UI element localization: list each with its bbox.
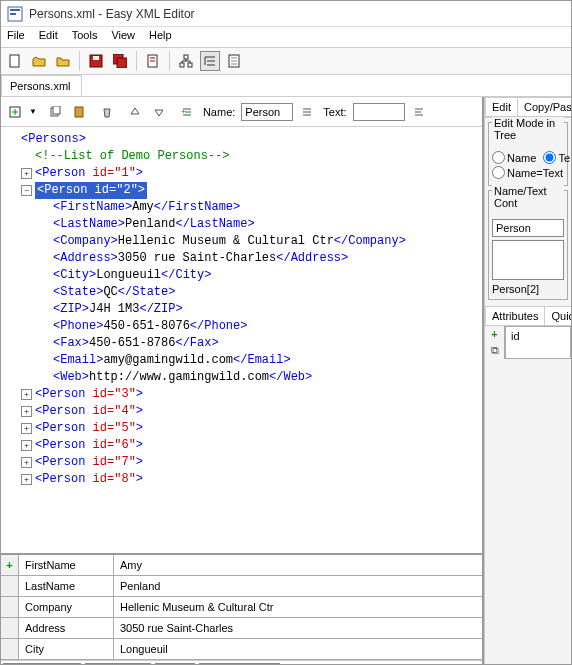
list-icon[interactable] [297,102,317,122]
window-title: Persons.xml - Easy XML Editor [29,7,195,21]
tree-toolbar: ▼ + Name: Text: [1,97,482,127]
menu-edit[interactable]: Edit [39,29,58,45]
file-tab-persons[interactable]: Persons.xml [1,75,82,96]
tree-person[interactable]: +<Person id="7"> [7,454,476,471]
open-file-icon[interactable] [29,51,49,71]
grid-row[interactable]: Address3050 rue Saint-Charles [1,618,482,639]
tree-person[interactable]: +<Person id="3"> [7,386,476,403]
tab-edit[interactable]: Edit [485,97,518,117]
grid-row[interactable]: CompanyHellenic Museum & Cultural Ctr [1,597,482,618]
svg-rect-31 [75,107,83,117]
svg-rect-30 [53,106,60,114]
name-text-fieldset: Name/Text Cont Person[2] [488,190,568,300]
tree-child[interactable]: <FirstName>Amy</FirstName> [7,199,476,216]
structure-icon[interactable] [176,51,196,71]
tree-child[interactable]: <Address>3050 rue Saint-Charles</Address… [7,250,476,267]
align-icon[interactable] [409,102,429,122]
name-input[interactable] [241,103,293,121]
tree-child[interactable]: <Fax>450-651-8786</Fax> [7,335,476,352]
expand-icon[interactable]: + [21,440,32,451]
node-name-input[interactable] [492,219,564,237]
svg-rect-7 [117,58,127,68]
svg-rect-13 [188,63,192,67]
save-all-icon[interactable] [110,51,130,71]
tree-child[interactable]: <City>Longueuil</City> [7,267,476,284]
move-down-icon[interactable] [149,102,169,122]
svg-rect-12 [180,63,184,67]
radio-name[interactable] [492,151,505,164]
expand-icon[interactable]: + [21,389,32,400]
add-attr-icon[interactable]: + [485,326,505,342]
svg-rect-2 [10,13,16,15]
radio-name-text[interactable] [492,166,505,179]
tree-person[interactable]: +<Person id="1"> [7,165,476,182]
menu-help[interactable]: Help [149,29,172,45]
titlebar: Persons.xml - Easy XML Editor [1,1,571,27]
tree-child[interactable]: <ZIP>J4H 1M3</ZIP> [7,301,476,318]
attributes-grid: + ⧉ id [485,326,571,359]
expand-icon[interactable]: + [21,474,32,485]
expand-icon[interactable]: + [21,168,32,179]
name-text-legend: Name/Text Cont [492,185,564,209]
insert-icon[interactable]: + [177,102,197,122]
tree-child[interactable]: <State>QC</State> [7,284,476,301]
expand-icon[interactable]: + [21,406,32,417]
node-path: Person[2] [492,283,564,295]
bottom-tabs: Child Nodes Table Edit Find Undo/History [1,660,482,665]
menubar: File Edit Tools View Help [1,27,571,47]
tree-child[interactable]: <Company>Hellenic Museum & Cultural Ctr<… [7,233,476,250]
tree-child[interactable]: <Phone>450-651-8076</Phone> [7,318,476,335]
node-text-box[interactable] [492,240,564,280]
tree-view-icon[interactable] [200,51,220,71]
add-node-icon[interactable] [5,102,25,122]
copy-attr-icon[interactable]: ⧉ [485,342,505,359]
tree-person[interactable]: +<Person id="5"> [7,420,476,437]
expand-icon[interactable]: + [21,457,32,468]
name-label: Name: [203,106,235,118]
tree-person[interactable]: +<Person id="6"> [7,437,476,454]
radio-text[interactable] [543,151,556,164]
move-up-icon[interactable] [125,102,145,122]
edit-mode-legend: Edit Mode in Tree [492,117,564,141]
collapse-icon[interactable]: − [21,185,32,196]
grid-row[interactable]: +FirstNameAmy [1,555,482,576]
tree-root[interactable]: <Persons> [7,131,476,148]
right-pane: Edit Copy/Paste Edit Mode in Tree Name T… [484,97,571,665]
tab-copy-paste[interactable]: Copy/Paste [518,97,572,117]
tree-person[interactable]: +<Person id="8"> [7,471,476,488]
tab-quick[interactable]: Quick [545,306,572,326]
add-row-icon[interactable]: + [1,555,19,575]
save-icon[interactable] [86,51,106,71]
tree-child[interactable]: <Email>amy@gamingwild.com</Email> [7,352,476,369]
tree-child[interactable]: <LastName>Penland</LastName> [7,216,476,233]
menu-tools[interactable]: Tools [72,29,98,45]
tree-person[interactable]: +<Person id="4"> [7,403,476,420]
attr-name-cell[interactable]: id [505,326,571,359]
expand-icon[interactable]: + [21,423,32,434]
menu-view[interactable]: View [111,29,135,45]
text-view-icon[interactable] [224,51,244,71]
main-toolbar [1,47,571,75]
svg-rect-5 [93,56,99,60]
file-tabs: Persons.xml [1,75,571,97]
delete-icon[interactable] [97,102,117,122]
svg-rect-11 [184,55,188,59]
xml-tree[interactable]: <Persons> <!--List of Demo Persons--> +<… [1,127,482,553]
open-folder-icon[interactable] [53,51,73,71]
new-file-icon[interactable] [5,51,25,71]
paste-icon[interactable] [69,102,89,122]
menu-file[interactable]: File [7,29,25,45]
text-label: Text: [323,106,346,118]
svg-rect-3 [10,55,19,67]
tree-person-selected[interactable]: −<Person id="2"> [7,182,476,199]
tab-attributes[interactable]: Attributes [485,306,545,326]
grid-row[interactable]: CityLongueuil [1,639,482,660]
copy-icon[interactable] [45,102,65,122]
text-input[interactable] [353,103,405,121]
grid-row[interactable]: LastNamePenland [1,576,482,597]
app-logo-icon [7,6,23,22]
tree-child[interactable]: <Web>http://www.gamingwild.com</Web> [7,369,476,386]
doc-icon[interactable] [143,51,163,71]
svg-text:+: + [181,107,186,116]
tree-comment[interactable]: <!--List of Demo Persons--> [7,148,476,165]
